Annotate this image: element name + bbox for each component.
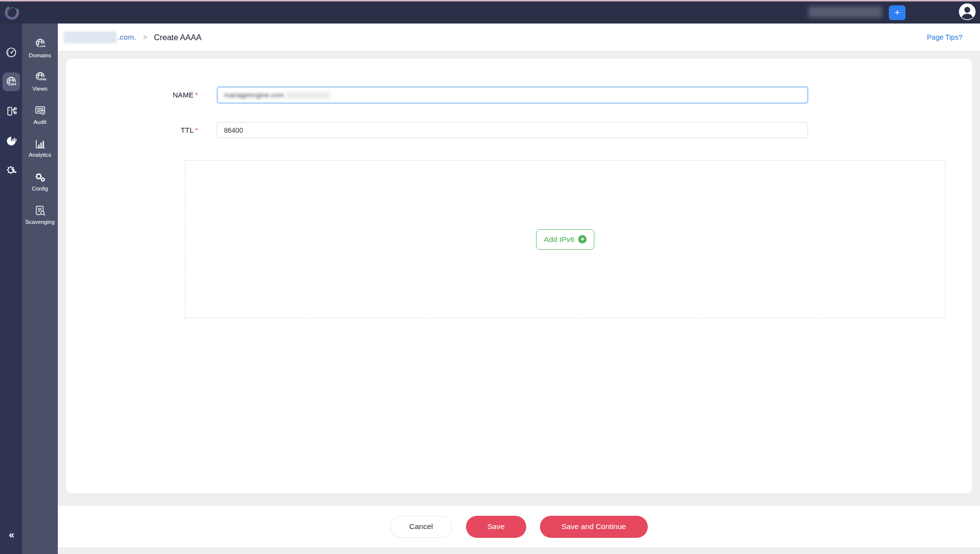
name-input-value-redacted: manageengine.com [224, 91, 284, 99]
name-field-label: NAME* [66, 91, 198, 99]
ttl-form-row: TTL* 86400 [66, 122, 874, 138]
page-tips-link[interactable]: Page Tips? [927, 33, 962, 41]
page-title: Create AAAA [154, 33, 201, 42]
required-asterisk: * [195, 126, 198, 134]
add-ipv6-label: Add IPv6 [544, 235, 575, 244]
dashboard-gauge-icon [5, 47, 17, 58]
breadcrumb-domain-suffix[interactable]: .com. [118, 33, 136, 42]
primary-sidebar: DNS [0, 24, 22, 554]
sidebar-item-dashboard[interactable] [2, 43, 20, 62]
window-top-strip [0, 0, 980, 1]
svg-text:VIEWS: VIEWS [38, 78, 46, 81]
form-action-bar: Cancel Save Save and Continue [58, 506, 980, 547]
config-gears-icon [34, 171, 47, 184]
svg-text:.com: .com [39, 45, 46, 48]
ttl-field-label: TTL* [66, 126, 198, 134]
name-value-redaction-tail [286, 92, 330, 99]
subnav-item-domains[interactable]: .com Domains [22, 31, 58, 65]
save-button[interactable]: Save [466, 516, 526, 538]
ipam-device-icon [5, 105, 17, 117]
add-new-button[interactable]: + [889, 5, 906, 20]
sidebar-item-dns[interactable]: DNS [2, 72, 20, 91]
ttl-input[interactable]: 86400 [217, 122, 808, 138]
subnav-label: Config [32, 186, 48, 192]
top-header-bar: + [0, 0, 980, 24]
subnav-label: Domains [29, 52, 51, 58]
ipv6-records-dropzone: Add IPv6 + [185, 160, 946, 318]
analytics-bars-icon [34, 138, 46, 150]
required-asterisk: * [195, 91, 198, 99]
subnav-item-scavenging[interactable]: Scavenging [22, 198, 58, 231]
views-globe-icon: VIEWS [34, 71, 47, 84]
save-and-continue-button[interactable]: Save and Continue [540, 516, 648, 538]
create-aaaa-form-card: NAME* manageengine.com TTL* 86400 Add IP… [66, 59, 972, 493]
domains-globe-icon: .com [34, 38, 47, 50]
breadcrumb-bar: .com. > Create AAAA Page Tips? [58, 24, 980, 51]
collapse-chevrons-icon[interactable]: « [0, 529, 22, 540]
subnav-item-config[interactable]: Config [22, 165, 58, 198]
sidebar-item-ipam[interactable] [2, 102, 20, 120]
sidebar-item-admin[interactable] [2, 161, 20, 179]
subnav-item-views[interactable]: VIEWS Views [22, 65, 58, 98]
subnav-item-analytics[interactable]: Analytics [22, 131, 58, 165]
ttl-input-value: 86400 [224, 126, 243, 134]
reports-pie-icon [5, 135, 17, 146]
plus-circle-icon: + [578, 235, 587, 243]
subnav-label: Views [32, 86, 47, 92]
sidebar-item-reports[interactable] [2, 131, 20, 150]
subnav-item-audit[interactable]: Audit [22, 98, 58, 131]
subnav-label: Analytics [28, 152, 51, 158]
user-avatar-icon[interactable] [958, 3, 976, 21]
dns-subnav: .com Domains VIEWS [22, 24, 58, 554]
logo-swoosh-icon [3, 3, 22, 22]
subnav-label: Audit [33, 119, 46, 125]
svg-text:DNS: DNS [10, 83, 16, 86]
add-ipv6-button[interactable]: Add IPv6 + [536, 229, 595, 250]
audit-list-clock-icon [34, 104, 47, 117]
breadcrumb-domain-redacted[interactable] [64, 31, 117, 43]
name-input[interactable]: manageengine.com [217, 86, 808, 104]
subnav-label: Scavenging [25, 219, 54, 225]
search-redacted[interactable] [808, 6, 882, 18]
app-window: + [0, 0, 980, 554]
scavenging-doc-search-icon [34, 204, 47, 217]
dns-globe-icon: DNS [5, 75, 18, 88]
breadcrumb-separator: > [143, 33, 147, 41]
cancel-button[interactable]: Cancel [390, 516, 452, 538]
name-form-row: NAME* manageengine.com [66, 86, 874, 104]
admin-gear-wrench-icon [5, 164, 17, 176]
main-content: NAME* manageengine.com TTL* 86400 Add IP… [58, 51, 980, 554]
